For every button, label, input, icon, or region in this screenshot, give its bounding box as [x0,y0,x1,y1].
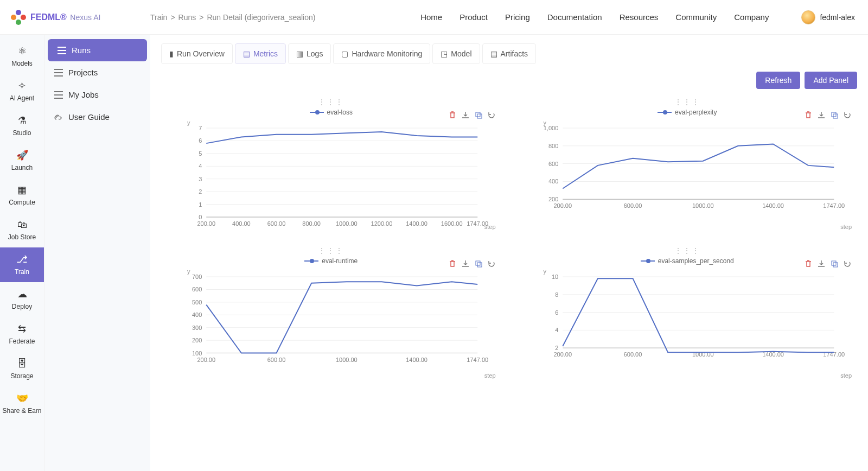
tab-run-overview[interactable]: ▮Run Overview [161,43,233,64]
svg-text:1747.00: 1747.00 [823,202,845,209]
svg-text:400: 400 [548,178,558,184]
topnav-documentation[interactable]: Documentation [547,12,602,22]
download-panel-button[interactable] [817,259,826,268]
svg-text:1000.00: 1000.00 [692,202,713,209]
sidebar-item-storage[interactable]: 🗄Storage [0,352,44,386]
ai-agent-icon: ✧ [18,79,26,92]
sidebar-item-compute[interactable]: ▦Compute [0,178,44,213]
secondary-nav: Runs Projects My Jobs User Guide [44,0,150,471]
svg-rect-47 [477,263,482,267]
sidebar-item-models[interactable]: ⚛Models [0,39,44,74]
copy-panel-button[interactable] [830,111,839,119]
svg-text:800.00: 800.00 [302,220,321,227]
breadcrumb-current: Run Detail (diegorivera_sealion) [207,13,315,22]
tab-metrics[interactable]: ▤Metrics [235,43,286,64]
chart-legend: eval-samples_per_second [522,257,853,265]
svg-text:600: 600 [548,161,558,167]
svg-text:1: 1 [199,201,202,208]
main: ▮Run Overview ▤Metrics ▥Logs ▢Hardware M… [150,0,868,471]
sidebar-item-job-store[interactable]: 🛍Job Store [0,213,44,247]
svg-text:10: 10 [552,273,558,280]
svg-text:600.00: 600.00 [623,351,642,358]
delete-panel-button[interactable] [448,259,457,268]
train-icon: ⎇ [16,253,28,266]
svg-rect-68 [832,261,836,265]
drag-handle-icon[interactable]: ⋮⋮⋮ [165,98,497,106]
svg-text:1400.00: 1400.00 [406,357,427,363]
chart-title: eval-perplexity [675,109,717,116]
topnav-company[interactable]: Company [734,12,769,22]
svg-text:100: 100 [192,350,202,357]
y-axis-label: y [187,119,190,126]
refresh-button[interactable]: Refresh [756,72,800,89]
delete-panel-button[interactable] [448,111,457,119]
download-panel-button[interactable] [817,111,826,119]
svg-text:300: 300 [192,324,202,331]
svg-text:1400.00: 1400.00 [406,220,427,227]
sidebar-item-studio[interactable]: ⚗Studio [0,109,44,143]
brand[interactable]: FEDML® Nexus AI [11,10,150,25]
svg-text:200.00: 200.00 [553,351,572,358]
topnav-product[interactable]: Product [459,12,488,22]
breadcrumb-train[interactable]: Train [150,13,167,22]
secnav-item-user-guide[interactable]: User Guide [44,106,150,128]
restore-panel-button[interactable] [843,259,852,268]
tab-model[interactable]: ◳Model [432,43,480,64]
sidebar-item-train[interactable]: ⎇Train [0,247,44,282]
topnav-pricing[interactable]: Pricing [505,12,530,22]
svg-text:200.00: 200.00 [197,357,215,363]
tab-artifacts[interactable]: ▤Artifacts [482,43,537,64]
chart-title: eval-samples_per_second [658,257,734,265]
svg-text:2: 2 [199,188,202,195]
chart-panel-eval-perplexity: ⋮⋮⋮eval-perplexityy2004006008001,000200.… [518,94,858,236]
svg-text:400.00: 400.00 [232,220,251,227]
svg-text:200: 200 [548,196,558,202]
drag-handle-icon[interactable]: ⋮⋮⋮ [522,98,853,106]
tabs: ▮Run Overview ▤Metrics ▥Logs ▢Hardware M… [161,43,857,64]
copy-panel-button[interactable] [830,259,839,268]
drag-handle-icon[interactable]: ⋮⋮⋮ [165,246,497,255]
restore-panel-button[interactable] [487,111,496,119]
legend-marker-icon [304,259,318,263]
breadcrumb-runs[interactable]: Runs [178,13,196,22]
delete-panel-button[interactable] [804,111,813,119]
topnav-home[interactable]: Home [420,12,442,22]
chart-area[interactable]: y100200300400500600700200.00600.001000.0… [165,268,497,382]
chart-panel-eval-loss: ⋮⋮⋮eval-lossy01234567200.00400.00600.008… [161,94,501,236]
restore-panel-button[interactable] [487,259,496,268]
delete-panel-button[interactable] [804,259,813,268]
chart-panel-eval-runtime: ⋮⋮⋮eval-runtimey100200300400500600700200… [161,243,501,384]
chart-area[interactable]: y246810200.00600.001000.001400.001747.00… [522,268,853,382]
secnav-item-runs[interactable]: Runs [48,39,147,61]
topnav-community[interactable]: Community [675,12,717,22]
copy-panel-button[interactable] [474,259,483,268]
svg-text:7: 7 [199,125,202,131]
sidebar-item-deploy[interactable]: ☁Deploy [0,282,44,317]
copy-panel-button[interactable] [474,111,483,119]
download-panel-button[interactable] [461,259,470,268]
deploy-icon: ☁ [17,288,27,301]
chart-area[interactable]: y01234567200.00400.00600.00800.001000.00… [165,119,497,233]
username: fedml-alex [820,13,855,22]
add-panel-button[interactable]: Add Panel [805,72,857,89]
secnav-item-my-jobs[interactable]: My Jobs [44,84,150,106]
sidebar-item-ai-agent[interactable]: ✧AI Agent [0,74,44,109]
user-menu[interactable]: fedml-alex [801,10,855,24]
sidebar-item-share-earn[interactable]: 🤝Share & Earn [0,386,44,421]
legend-marker-icon [641,259,655,263]
sidebar-item-federate[interactable]: ⇆Federate [0,317,44,352]
topnav-resources[interactable]: Resources [620,12,659,22]
list-icon [58,47,66,54]
federate-icon: ⇆ [18,322,26,335]
download-panel-button[interactable] [461,111,470,119]
sidebar-item-launch[interactable]: 🚀Launch [0,143,44,178]
chart-legend: eval-loss [165,109,497,116]
svg-rect-29 [833,114,838,118]
tab-hardware-monitoring[interactable]: ▢Hardware Monitoring [333,43,430,64]
restore-panel-button[interactable] [843,111,852,119]
svg-text:1000.00: 1000.00 [336,220,358,227]
secnav-item-projects[interactable]: Projects [44,61,150,84]
tab-logs[interactable]: ▥Logs [288,43,331,64]
drag-handle-icon[interactable]: ⋮⋮⋮ [522,246,853,255]
chart-area[interactable]: y2004006008001,000200.00600.001000.00140… [522,119,853,233]
